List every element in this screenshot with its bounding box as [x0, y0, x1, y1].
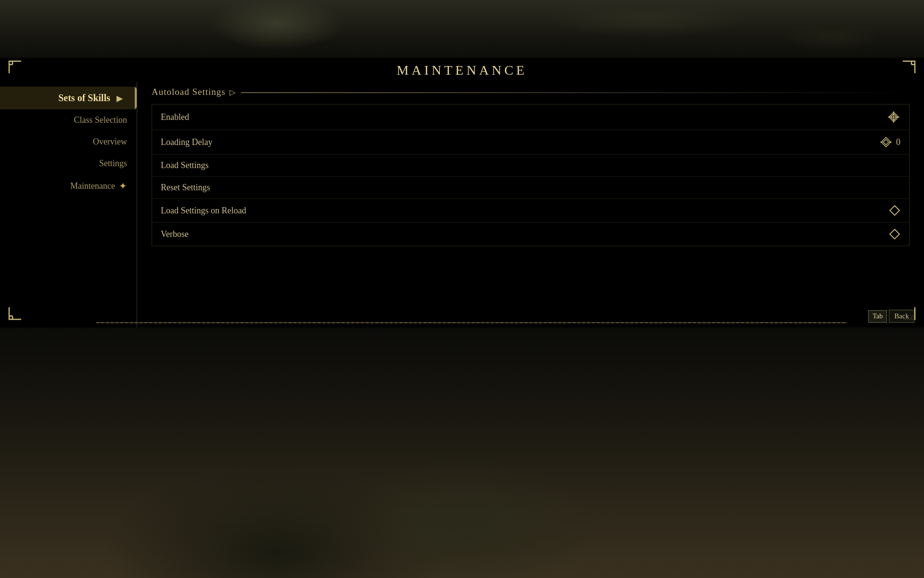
setting-row-load-settings[interactable]: Load Settings: [152, 155, 909, 177]
sidebar-item-maintenance[interactable]: Maintenance ✦: [0, 174, 137, 197]
svg-marker-8: [890, 206, 899, 215]
enabled-icon: [887, 110, 900, 124]
svg-marker-9: [890, 229, 899, 239]
footer-bar: Tab Back: [868, 310, 914, 323]
delay-value: 0: [896, 137, 900, 147]
content-area: Sets of Skills ▶ Class Selection Overvie…: [0, 82, 924, 328]
section-expand-icon[interactable]: ▷: [230, 88, 235, 97]
right-panel: Autoload Settings ▷ Enabled: [137, 82, 924, 328]
setting-row-reset-settings[interactable]: Reset Settings: [152, 177, 909, 199]
corner-bracket-tl: [7, 59, 31, 83]
setting-label-verbose: Verbose: [161, 229, 189, 239]
sidebar: Sets of Skills ▶ Class Selection Overvie…: [0, 82, 137, 328]
bg-stone-top: [0, 0, 924, 58]
page-title: MAINTENANCE: [397, 63, 527, 78]
section-divider: [241, 92, 910, 93]
setting-value-enabled: [887, 110, 900, 124]
bg-bottom: [0, 323, 924, 578]
setting-label-load-settings: Load Settings: [161, 160, 209, 171]
setting-row-loading-delay[interactable]: Loading Delay 0: [152, 130, 909, 155]
reload-toggle-icon: [889, 205, 900, 216]
sidebar-item-class-selection[interactable]: Class Selection: [0, 109, 137, 131]
setting-row-verbose[interactable]: Verbose: [152, 223, 909, 246]
sidebar-label-maintenance: Maintenance: [70, 181, 115, 191]
setting-label-enabled: Enabled: [161, 112, 189, 122]
main-panel: MAINTENANCE Sets of Skills ▶ Class Selec…: [0, 58, 924, 328]
back-button[interactable]: Back: [889, 310, 914, 323]
setting-row-load-on-reload[interactable]: Load Settings on Reload: [152, 199, 909, 223]
settings-list: Enabled Loading Delay: [152, 104, 910, 246]
setting-label-load-on-reload: Load Settings on Reload: [161, 206, 246, 216]
sidebar-active-indicator: ▶: [116, 94, 122, 103]
corner-bracket-bl: [7, 298, 31, 322]
setting-value-loading-delay: 0: [880, 136, 900, 148]
sidebar-label-settings: Settings: [99, 158, 127, 168]
sidebar-item-overview[interactable]: Overview: [0, 131, 137, 153]
setting-value-load-on-reload: [889, 205, 900, 216]
section-header: Autoload Settings ▷: [152, 87, 910, 98]
svg-rect-5: [883, 139, 888, 144]
tab-key[interactable]: Tab: [868, 310, 887, 323]
bottom-separator: [96, 322, 847, 323]
section-title: Autoload Settings: [152, 87, 226, 97]
sidebar-item-settings[interactable]: Settings: [0, 153, 137, 174]
sidebar-label-class-selection: Class Selection: [74, 115, 128, 125]
sidebar-label-overview: Overview: [93, 137, 127, 146]
setting-label-loading-delay: Loading Delay: [161, 137, 212, 147]
setting-row-enabled[interactable]: Enabled: [152, 105, 909, 130]
svg-rect-4: [881, 137, 891, 147]
gear-icon: ✦: [119, 180, 127, 192]
setting-label-reset-settings: Reset Settings: [161, 183, 210, 193]
sidebar-label-sets-of-skills: Sets of Skills: [58, 92, 110, 103]
corner-bracket-tr: [893, 59, 917, 83]
setting-value-verbose: [889, 228, 900, 240]
delay-icon: [880, 136, 892, 148]
sidebar-item-sets-of-skills[interactable]: Sets of Skills ▶: [0, 87, 137, 109]
verbose-toggle-icon: [889, 228, 900, 240]
title-bar: MAINTENANCE: [0, 58, 924, 82]
